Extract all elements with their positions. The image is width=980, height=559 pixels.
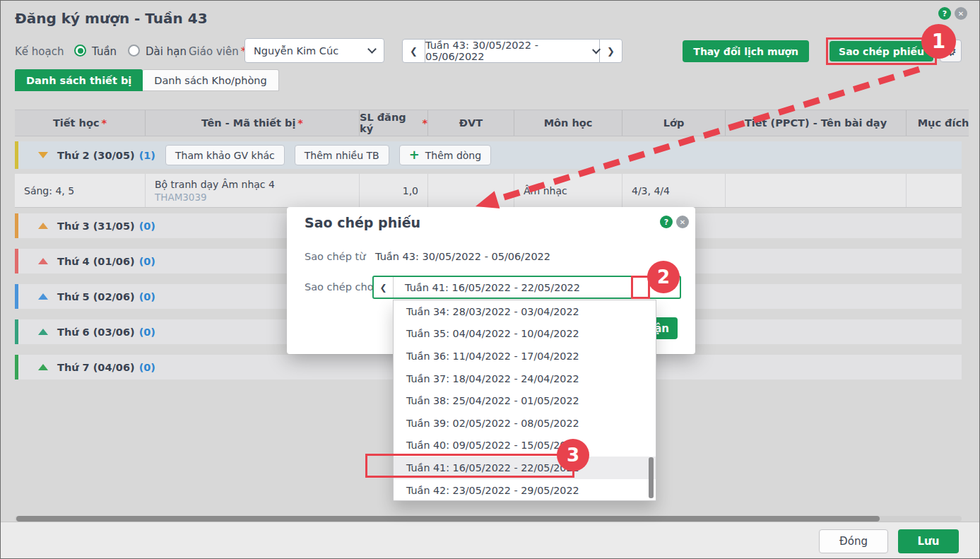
- save-button[interactable]: Lưu: [898, 529, 959, 553]
- device-data-row[interactable]: Sáng: 4, 5 Bộ tranh dạy Âm nhạc 4THAM303…: [15, 174, 962, 208]
- day-color-bar: [15, 284, 18, 309]
- add-many-devices-button[interactable]: Thêm nhiều TB: [295, 145, 389, 165]
- step-badge-1: 1: [921, 24, 956, 59]
- teacher-label: Giáo viên*: [189, 45, 246, 58]
- device-code: THAM3039: [155, 192, 350, 203]
- copy-to-label: Sao chép cho*: [305, 281, 381, 293]
- page-title: Đăng ký mượn - Tuần 43: [15, 10, 208, 27]
- expand-triangle-icon[interactable]: [38, 223, 48, 229]
- radio-longterm-label[interactable]: Dài hạn: [146, 45, 187, 58]
- consult-other-teacher-button[interactable]: Tham khảo GV khác: [165, 145, 285, 165]
- dropdown-item-selected[interactable]: Tuần 41: 16/05/2022 - 22/05/2022: [394, 457, 656, 479]
- week-navigator: ❮ Tuần 43: 30/05/2022 - 05/06/2022 ❯: [402, 39, 622, 63]
- day-color-bar: [15, 213, 18, 238]
- day-label: Thứ 2 (30/05): [57, 150, 135, 161]
- week-prev-button[interactable]: ❮: [402, 39, 425, 63]
- week-prev-button[interactable]: ❮: [374, 277, 394, 298]
- step-badge-2: 2: [647, 261, 680, 293]
- tab-bar: Danh sách thiết bị Danh sách Kho/phòng: [15, 69, 279, 91]
- expand-triangle-icon[interactable]: [38, 293, 48, 300]
- table-header: Tiết học* Tên - Mã thiết bị* SL đăng ký*…: [15, 110, 969, 136]
- expand-triangle-icon[interactable]: [38, 364, 48, 370]
- week-select[interactable]: Tuần 43: 30/05/2022 - 05/06/2022: [425, 39, 600, 63]
- window-close-icon[interactable]: ✕: [955, 7, 967, 20]
- copy-from-label: Sao chép từ: [305, 251, 365, 262]
- dropdown-item[interactable]: Tuần 36: 11/04/2022 - 17/04/2022: [394, 345, 656, 367]
- col-muc-dich: Mục đích: [907, 110, 969, 136]
- dropdown-item[interactable]: Tuần 38: 25/04/2022 - 01/05/2022: [394, 389, 656, 412]
- day-count-badge: (1): [139, 150, 155, 161]
- col-mon-hoc: Môn học: [514, 110, 622, 136]
- day-label: Thứ 7 (04/06): [57, 362, 135, 373]
- radio-week-label[interactable]: Tuần: [92, 45, 117, 58]
- cell-tiet-ppct[interactable]: [726, 174, 907, 207]
- help-icon[interactable]: ?: [938, 7, 951, 20]
- step1-highlight-box: Sao chép phiếu: [826, 37, 937, 65]
- col-tiet-hoc: Tiết học*: [15, 110, 146, 136]
- day-count-badge: (0): [139, 362, 155, 373]
- col-tiet-ppct: Tiết (PPCT) - Tên bài dạy: [726, 110, 907, 136]
- copy-to-week-value: Tuần 41: 16/05/2022 - 22/05/2022: [394, 282, 661, 293]
- cell-muc-dich[interactable]: [907, 174, 980, 207]
- chevron-down-icon: [367, 45, 377, 54]
- modal-help-icon[interactable]: ?: [660, 216, 673, 228]
- radio-longterm[interactable]: [128, 45, 140, 57]
- modal-title: Sao chép phiếu: [305, 215, 420, 230]
- copy-ticket-button[interactable]: Sao chép phiếu: [830, 41, 933, 61]
- day-count-badge: (0): [139, 256, 155, 267]
- expand-triangle-icon[interactable]: [38, 258, 48, 264]
- scrollbar-thumb[interactable]: [16, 516, 880, 522]
- dropdown-item[interactable]: Tuần 34: 28/03/2022 - 03/04/2022: [394, 300, 656, 323]
- day-count-badge: (0): [139, 220, 155, 232]
- dropdown-item[interactable]: Tuần 37: 18/04/2022 - 24/04/2022: [394, 367, 656, 390]
- day-color-bar: [15, 319, 18, 344]
- teacher-select[interactable]: Nguyễn Kim Cúc: [244, 38, 384, 63]
- teacher-select-value: Nguyễn Kim Cúc: [254, 45, 369, 57]
- chevron-left-icon: ❮: [410, 46, 418, 57]
- week-dropdown-list: Tuần 34: 28/03/2022 - 03/04/2022 Tuần 35…: [393, 300, 656, 501]
- day-label: Thứ 5 (02/06): [57, 291, 135, 302]
- close-button[interactable]: Đóng: [819, 529, 888, 553]
- col-ten-ma-thiet-bi: Tên - Mã thiết bị*: [146, 110, 360, 136]
- week-select-value: Tuần 43: 30/05/2022 - 05/06/2022: [425, 40, 585, 62]
- day-color-bar: [15, 141, 18, 169]
- day-color-bar: [15, 249, 18, 273]
- plan-label: Kế hoạch: [15, 45, 64, 58]
- change-schedule-button[interactable]: Thay đổi lịch mượn: [683, 40, 809, 62]
- copy-to-week-select[interactable]: ❮ Tuần 41: 16/05/2022 - 22/05/2022: [372, 276, 681, 299]
- day-color-bar: [15, 355, 18, 379]
- copy-from-value: Tuần 43: 30/05/2022 - 05/06/2022: [375, 251, 550, 262]
- register-borrow-window: Đăng ký mượn - Tuần 43 ? ✕ Kế hoạch Tuần…: [0, 0, 980, 559]
- cell-ten-ma-thiet-bi[interactable]: Bộ tranh dạy Âm nhạc 4THAM3039: [146, 174, 360, 207]
- modal-close-icon[interactable]: ✕: [676, 216, 689, 228]
- step-badge-3: 3: [557, 439, 589, 471]
- day-label: Thứ 6 (03/06): [57, 326, 135, 338]
- tab-warehouse-list[interactable]: Danh sách Kho/phòng: [143, 69, 278, 91]
- chevron-right-icon: ❯: [607, 46, 615, 57]
- day-count-badge: (0): [139, 291, 155, 302]
- dropdown-item[interactable]: Tuần 39: 02/05/2022 - 08/05/2022: [394, 412, 656, 435]
- col-sl-dang-ky: SL đăng ký*: [360, 110, 428, 136]
- dropdown-item[interactable]: Tuần 42: 23/05/2022 - 29/05/2022: [394, 479, 656, 502]
- footer-bar: Đóng Lưu: [1, 522, 980, 559]
- radio-week[interactable]: [74, 45, 86, 57]
- chevron-left-icon: ❮: [379, 283, 386, 293]
- collapse-triangle-icon[interactable]: [38, 152, 48, 158]
- cell-tiet-hoc[interactable]: Sáng: 4, 5: [15, 174, 146, 207]
- day-label: Thứ 4 (01/06): [57, 256, 135, 267]
- plus-icon: +: [409, 147, 420, 162]
- horizontal-scrollbar[interactable]: [15, 516, 962, 522]
- tab-device-list[interactable]: Danh sách thiết bị: [15, 69, 143, 91]
- add-row-button[interactable]: +Thêm dòng: [399, 145, 491, 165]
- col-dvt: ĐVT: [428, 110, 514, 136]
- day-group-row-thu2[interactable]: Thứ 2 (30/05) (1) Tham khảo GV khác Thêm…: [15, 141, 962, 169]
- dropdown-scrollbar-thumb[interactable]: [649, 457, 654, 498]
- cell-dvt[interactable]: [428, 174, 514, 207]
- cell-mon-hoc[interactable]: Âm nhạc: [514, 174, 622, 207]
- dropdown-item[interactable]: Tuần 35: 04/04/2022 - 10/04/2022: [394, 323, 656, 346]
- dropdown-item[interactable]: Tuần 40: 09/05/2022 - 15/05/2022: [394, 435, 656, 457]
- cell-sl-dang-ky[interactable]: 1,0: [360, 174, 428, 207]
- week-next-button[interactable]: ❯: [599, 39, 622, 63]
- cell-lop[interactable]: 4/3, 4/4: [622, 174, 726, 207]
- expand-triangle-icon[interactable]: [38, 329, 48, 335]
